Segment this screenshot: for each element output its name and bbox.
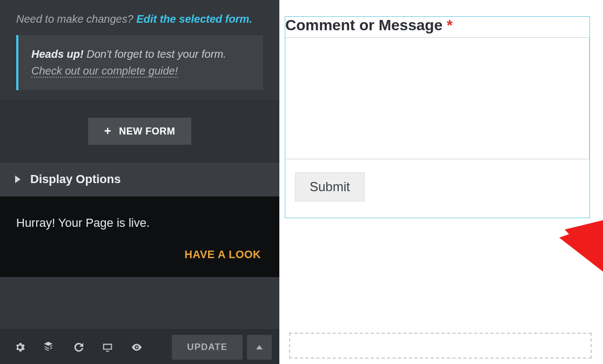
caret-up-icon xyxy=(256,345,263,349)
eye-icon[interactable] xyxy=(124,335,149,360)
history-icon[interactable] xyxy=(66,335,91,360)
widget-drop-zone[interactable] xyxy=(289,333,592,359)
svg-marker-0 xyxy=(565,211,603,286)
page-live-notice: Hurray! Your Page is live. HAVE A LOOK xyxy=(0,197,279,277)
display-options-label: Display Options xyxy=(30,172,120,186)
update-button[interactable]: UPDATE xyxy=(172,335,243,360)
heads-up-notice: Heads up! Don't forget to test your form… xyxy=(16,35,263,90)
responsive-icon[interactable] xyxy=(95,335,120,360)
sidebar-spacer xyxy=(0,277,279,329)
form-info-section: Need to make changes? Edit the selected … xyxy=(0,0,279,100)
new-form-label: NEW FORM xyxy=(119,126,175,137)
heads-up-text: Don't forget to test your form. xyxy=(86,48,226,60)
changes-prompt-text: Need to make changes? xyxy=(16,13,133,25)
editor-sidebar: Need to make changes? Edit the selected … xyxy=(0,0,279,364)
new-form-button[interactable]: + NEW FORM xyxy=(88,118,191,145)
submit-button[interactable]: Submit xyxy=(295,172,365,201)
page-live-text: Hurray! Your Page is live. xyxy=(16,216,263,230)
new-form-section: + NEW FORM xyxy=(0,100,279,162)
field-label: Comment or Message * xyxy=(285,17,589,37)
sidebar-bottom-bar: UPDATE xyxy=(0,329,279,364)
heads-up-guide-link[interactable]: Check out our complete guide! xyxy=(31,65,178,78)
plus-icon: + xyxy=(104,125,111,137)
gear-icon[interactable] xyxy=(8,335,32,360)
comment-textarea[interactable] xyxy=(285,37,589,159)
navigator-icon[interactable] xyxy=(37,335,62,360)
have-a-look-link[interactable]: HAVE A LOOK xyxy=(16,248,263,261)
edit-form-link[interactable]: Edit the selected form. xyxy=(136,13,252,25)
display-options-toggle[interactable]: Display Options xyxy=(0,162,279,197)
required-asterisk: * xyxy=(447,17,453,33)
caret-right-icon xyxy=(15,176,21,183)
update-options-toggle[interactable] xyxy=(247,335,272,360)
heads-up-strong: Heads up! xyxy=(31,48,84,60)
editor-canvas: Comment or Message * Submit xyxy=(279,0,603,364)
form-field-selected[interactable]: Comment or Message * Submit xyxy=(285,16,590,218)
changes-prompt-line: Need to make changes? Edit the selected … xyxy=(16,13,263,25)
field-label-text: Comment or Message xyxy=(285,17,443,33)
